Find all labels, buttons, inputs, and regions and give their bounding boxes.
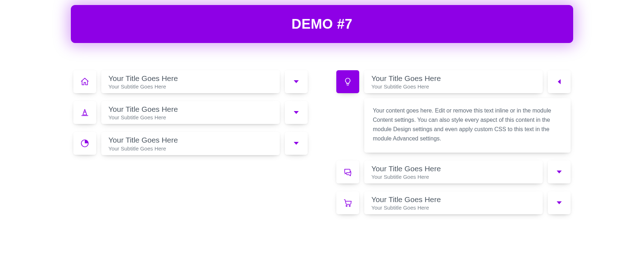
accordion-toggle[interactable] bbox=[548, 161, 571, 183]
right-column: Your Title Goes Here Your Subtitle Goes … bbox=[336, 70, 571, 214]
accordion-title-box: Your Title Goes Here Your Subtitle Goes … bbox=[364, 161, 543, 183]
accordion-title-box: Your Title Goes Here Your Subtitle Goes … bbox=[101, 70, 280, 93]
accordion-body-wrap: Your content goes here. Edit or remove t… bbox=[336, 98, 571, 153]
cone-icon bbox=[73, 101, 96, 124]
accordion-title: Your Title Goes Here bbox=[108, 105, 273, 114]
demo-banner: DEMO #7 bbox=[71, 5, 573, 43]
accordion-subtitle: Your Subtitle Goes Here bbox=[108, 145, 273, 152]
caret-down-icon bbox=[557, 171, 562, 173]
caret-down-icon bbox=[294, 111, 299, 114]
accordion-subtitle: Your Subtitle Goes Here bbox=[108, 83, 273, 90]
accordion-title: Your Title Goes Here bbox=[371, 164, 536, 173]
accordion-toggle[interactable] bbox=[285, 70, 308, 93]
accordion-subtitle: Your Subtitle Goes Here bbox=[108, 114, 273, 120]
accordion-header[interactable]: Your Title Goes Here Your Subtitle Goes … bbox=[73, 101, 308, 124]
accordion-header[interactable]: Your Title Goes Here Your Subtitle Goes … bbox=[336, 191, 571, 214]
left-column: Your Title Goes Here Your Subtitle Goes … bbox=[73, 70, 308, 214]
comments-icon bbox=[336, 161, 359, 183]
accordion-subtitle: Your Subtitle Goes Here bbox=[371, 174, 536, 180]
accordion-subtitle: Your Subtitle Goes Here bbox=[371, 83, 536, 90]
accordion-title-box: Your Title Goes Here Your Subtitle Goes … bbox=[101, 101, 280, 124]
accordion-toggle[interactable] bbox=[285, 132, 308, 155]
pie-chart-icon bbox=[73, 132, 96, 155]
accordion-columns: Your Title Goes Here Your Subtitle Goes … bbox=[73, 70, 571, 214]
accordion-body: Your content goes here. Edit or remove t… bbox=[364, 98, 571, 153]
accordion-title: Your Title Goes Here bbox=[108, 74, 273, 83]
lightbulb-icon bbox=[336, 70, 359, 93]
accordion-title: Your Title Goes Here bbox=[371, 195, 536, 204]
accordion-item: Your Title Goes Here Your Subtitle Goes … bbox=[73, 132, 308, 155]
accordion-header[interactable]: Your Title Goes Here Your Subtitle Goes … bbox=[336, 161, 571, 183]
cart-icon bbox=[336, 191, 359, 214]
accordion-item: Your Title Goes Here Your Subtitle Goes … bbox=[336, 70, 571, 153]
home-icon bbox=[73, 70, 96, 93]
accordion-item: Your Title Goes Here Your Subtitle Goes … bbox=[336, 191, 571, 214]
accordion-body-spacer bbox=[336, 98, 359, 153]
accordion-toggle[interactable] bbox=[548, 191, 571, 214]
caret-down-icon bbox=[294, 142, 299, 145]
accordion-item: Your Title Goes Here Your Subtitle Goes … bbox=[73, 101, 308, 124]
page: DEMO #7 Your Title Goes Here Your Subtit… bbox=[0, 0, 644, 268]
accordion-title-box: Your Title Goes Here Your Subtitle Goes … bbox=[101, 132, 280, 155]
accordion-title-box: Your Title Goes Here Your Subtitle Goes … bbox=[364, 191, 543, 214]
accordion-header[interactable]: Your Title Goes Here Your Subtitle Goes … bbox=[73, 132, 308, 155]
accordion-header[interactable]: Your Title Goes Here Your Subtitle Goes … bbox=[336, 70, 571, 93]
accordion-subtitle: Your Subtitle Goes Here bbox=[371, 205, 536, 211]
caret-down-icon bbox=[294, 80, 299, 83]
svg-point-2 bbox=[349, 205, 350, 206]
svg-point-1 bbox=[346, 205, 347, 206]
caret-down-icon bbox=[557, 201, 562, 204]
accordion-item: Your Title Goes Here Your Subtitle Goes … bbox=[73, 70, 308, 93]
accordion-toggle[interactable] bbox=[548, 70, 571, 93]
accordion-title-box: Your Title Goes Here Your Subtitle Goes … bbox=[364, 70, 543, 93]
accordion-header[interactable]: Your Title Goes Here Your Subtitle Goes … bbox=[73, 70, 308, 93]
accordion-toggle[interactable] bbox=[285, 101, 308, 124]
banner-title: DEMO #7 bbox=[292, 16, 352, 32]
accordion-title: Your Title Goes Here bbox=[371, 74, 536, 83]
accordion-title: Your Title Goes Here bbox=[108, 135, 273, 144]
accordion-item: Your Title Goes Here Your Subtitle Goes … bbox=[336, 161, 571, 183]
caret-left-icon bbox=[558, 79, 561, 84]
